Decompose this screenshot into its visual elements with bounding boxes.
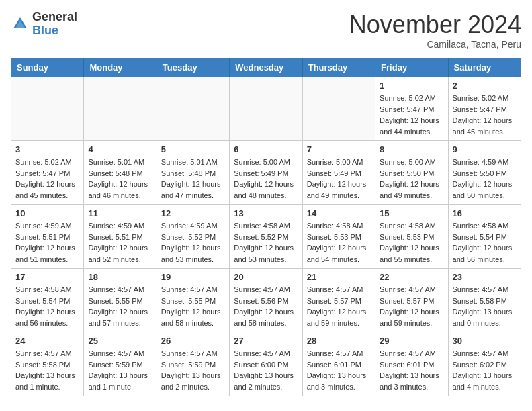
day-info: Sunrise: 4:57 AM Sunset: 6:01 PM Dayligh… xyxy=(380,348,443,392)
day-cell: 7Sunrise: 5:00 AM Sunset: 5:49 PM Daylig… xyxy=(302,141,375,205)
day-cell xyxy=(302,77,375,141)
day-info: Sunrise: 4:58 AM Sunset: 5:52 PM Dayligh… xyxy=(234,220,298,265)
day-number: 3 xyxy=(15,144,79,154)
day-number: 1 xyxy=(380,81,443,91)
day-info: Sunrise: 4:57 AM Sunset: 5:55 PM Dayligh… xyxy=(88,284,152,328)
day-number: 15 xyxy=(380,208,443,218)
day-number: 18 xyxy=(88,272,152,282)
day-cell: 2Sunrise: 5:02 AM Sunset: 5:47 PM Daylig… xyxy=(448,77,521,141)
day-number: 11 xyxy=(88,208,152,218)
col-header-tuesday: Tuesday xyxy=(157,58,229,77)
day-cell: 11Sunrise: 4:59 AM Sunset: 5:51 PM Dayli… xyxy=(84,205,157,269)
day-number: 8 xyxy=(380,144,443,154)
day-cell: 21Sunrise: 4:57 AM Sunset: 5:57 PM Dayli… xyxy=(302,269,375,332)
day-info: Sunrise: 4:59 AM Sunset: 5:52 PM Dayligh… xyxy=(161,220,225,265)
logo: General Blue xyxy=(11,11,77,38)
day-cell: 6Sunrise: 5:00 AM Sunset: 5:49 PM Daylig… xyxy=(230,141,302,205)
day-number: 2 xyxy=(453,81,517,91)
day-info: Sunrise: 4:59 AM Sunset: 5:50 PM Dayligh… xyxy=(453,156,517,201)
day-cell: 3Sunrise: 5:02 AM Sunset: 5:47 PM Daylig… xyxy=(11,141,84,205)
day-number: 25 xyxy=(88,336,152,346)
calendar-header-row: SundayMondayTuesdayWednesdayThursdayFrid… xyxy=(11,58,521,77)
col-header-wednesday: Wednesday xyxy=(230,58,302,77)
day-info: Sunrise: 4:57 AM Sunset: 5:56 PM Dayligh… xyxy=(234,284,298,328)
col-header-sunday: Sunday xyxy=(11,58,84,77)
logo-text: General Blue xyxy=(32,11,77,38)
day-number: 9 xyxy=(453,144,517,154)
day-number: 26 xyxy=(161,336,225,346)
day-info: Sunrise: 5:00 AM Sunset: 5:49 PM Dayligh… xyxy=(234,156,298,201)
day-info: Sunrise: 4:58 AM Sunset: 5:53 PM Dayligh… xyxy=(380,220,443,265)
week-row-5: 24Sunrise: 4:57 AM Sunset: 5:58 PM Dayli… xyxy=(11,332,521,396)
col-header-thursday: Thursday xyxy=(302,58,375,77)
day-cell xyxy=(84,77,157,141)
day-cell: 30Sunrise: 4:57 AM Sunset: 6:02 PM Dayli… xyxy=(448,332,521,396)
day-info: Sunrise: 4:57 AM Sunset: 5:57 PM Dayligh… xyxy=(307,284,371,328)
day-info: Sunrise: 4:57 AM Sunset: 5:59 PM Dayligh… xyxy=(161,348,225,392)
day-number: 21 xyxy=(307,272,371,282)
day-number: 19 xyxy=(161,272,225,282)
day-number: 23 xyxy=(453,272,517,282)
day-info: Sunrise: 4:58 AM Sunset: 5:54 PM Dayligh… xyxy=(453,220,517,265)
day-cell: 13Sunrise: 4:58 AM Sunset: 5:52 PM Dayli… xyxy=(230,205,302,269)
day-info: Sunrise: 5:02 AM Sunset: 5:47 PM Dayligh… xyxy=(380,93,443,137)
col-header-saturday: Saturday xyxy=(448,58,521,77)
day-cell: 8Sunrise: 5:00 AM Sunset: 5:50 PM Daylig… xyxy=(375,141,448,205)
col-header-monday: Monday xyxy=(84,58,157,77)
day-number: 24 xyxy=(15,336,79,346)
day-cell: 12Sunrise: 4:59 AM Sunset: 5:52 PM Dayli… xyxy=(157,205,229,269)
day-cell: 29Sunrise: 4:57 AM Sunset: 6:01 PM Dayli… xyxy=(375,332,448,396)
day-number: 4 xyxy=(88,144,152,154)
day-number: 29 xyxy=(380,336,443,346)
day-number: 12 xyxy=(161,208,225,218)
day-cell: 18Sunrise: 4:57 AM Sunset: 5:55 PM Dayli… xyxy=(84,269,157,332)
day-info: Sunrise: 4:57 AM Sunset: 5:58 PM Dayligh… xyxy=(453,284,517,328)
day-cell: 4Sunrise: 5:01 AM Sunset: 5:48 PM Daylig… xyxy=(84,141,157,205)
day-cell: 15Sunrise: 4:58 AM Sunset: 5:53 PM Dayli… xyxy=(375,205,448,269)
day-info: Sunrise: 5:01 AM Sunset: 5:48 PM Dayligh… xyxy=(88,156,152,201)
day-number: 10 xyxy=(15,208,79,218)
day-cell: 16Sunrise: 4:58 AM Sunset: 5:54 PM Dayli… xyxy=(448,205,521,269)
day-number: 16 xyxy=(453,208,517,218)
day-number: 20 xyxy=(234,272,298,282)
day-cell: 9Sunrise: 4:59 AM Sunset: 5:50 PM Daylig… xyxy=(448,141,521,205)
day-number: 13 xyxy=(234,208,298,218)
day-info: Sunrise: 4:57 AM Sunset: 5:58 PM Dayligh… xyxy=(15,348,79,392)
day-number: 22 xyxy=(380,272,443,282)
day-cell: 10Sunrise: 4:59 AM Sunset: 5:51 PM Dayli… xyxy=(11,205,84,269)
title-area: November 2024 Camilaca, Tacna, Peru xyxy=(349,11,521,50)
day-info: Sunrise: 4:57 AM Sunset: 6:00 PM Dayligh… xyxy=(234,348,298,392)
month-title: November 2024 xyxy=(349,11,521,39)
day-cell: 26Sunrise: 4:57 AM Sunset: 5:59 PM Dayli… xyxy=(157,332,229,396)
day-cell: 5Sunrise: 5:01 AM Sunset: 5:48 PM Daylig… xyxy=(157,141,229,205)
week-row-1: 1Sunrise: 5:02 AM Sunset: 5:47 PM Daylig… xyxy=(11,77,521,141)
week-row-2: 3Sunrise: 5:02 AM Sunset: 5:47 PM Daylig… xyxy=(11,141,521,205)
day-cell: 25Sunrise: 4:57 AM Sunset: 5:59 PM Dayli… xyxy=(84,332,157,396)
day-info: Sunrise: 4:59 AM Sunset: 5:51 PM Dayligh… xyxy=(88,220,152,265)
day-cell: 19Sunrise: 4:57 AM Sunset: 5:55 PM Dayli… xyxy=(157,269,229,332)
day-cell: 23Sunrise: 4:57 AM Sunset: 5:58 PM Dayli… xyxy=(448,269,521,332)
day-number: 6 xyxy=(234,144,298,154)
week-row-3: 10Sunrise: 4:59 AM Sunset: 5:51 PM Dayli… xyxy=(11,205,521,269)
day-cell: 14Sunrise: 4:58 AM Sunset: 5:53 PM Dayli… xyxy=(302,205,375,269)
day-number: 5 xyxy=(161,144,225,154)
day-info: Sunrise: 4:57 AM Sunset: 5:57 PM Dayligh… xyxy=(380,284,443,328)
day-info: Sunrise: 4:58 AM Sunset: 5:53 PM Dayligh… xyxy=(307,220,371,265)
day-cell xyxy=(11,77,84,141)
day-info: Sunrise: 5:00 AM Sunset: 5:50 PM Dayligh… xyxy=(380,156,443,201)
day-number: 27 xyxy=(234,336,298,346)
day-info: Sunrise: 4:57 AM Sunset: 5:59 PM Dayligh… xyxy=(88,348,152,392)
logo-general: General xyxy=(32,10,77,24)
day-info: Sunrise: 4:57 AM Sunset: 6:02 PM Dayligh… xyxy=(453,348,517,392)
day-cell: 27Sunrise: 4:57 AM Sunset: 6:00 PM Dayli… xyxy=(230,332,302,396)
day-cell: 20Sunrise: 4:57 AM Sunset: 5:56 PM Dayli… xyxy=(230,269,302,332)
day-info: Sunrise: 4:57 AM Sunset: 6:01 PM Dayligh… xyxy=(307,348,371,392)
col-header-friday: Friday xyxy=(375,58,448,77)
page-header: General Blue November 2024 Camilaca, Tac… xyxy=(11,11,521,50)
day-number: 7 xyxy=(307,144,371,154)
day-cell xyxy=(230,77,302,141)
day-info: Sunrise: 5:02 AM Sunset: 5:47 PM Dayligh… xyxy=(15,156,79,201)
logo-blue: Blue xyxy=(32,24,58,37)
day-cell xyxy=(157,77,229,141)
day-cell: 22Sunrise: 4:57 AM Sunset: 5:57 PM Dayli… xyxy=(375,269,448,332)
